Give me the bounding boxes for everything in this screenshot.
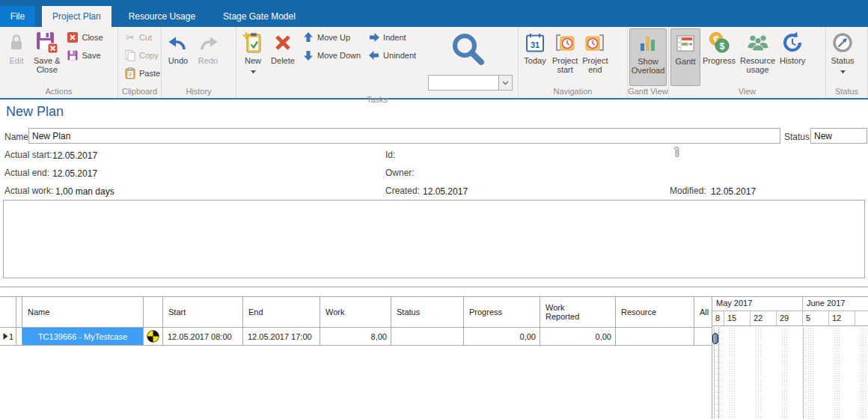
column-header-all-resources[interactable]: All R [694, 297, 712, 327]
progress-button[interactable]: €$ Progress [700, 28, 738, 86]
ribbon-group-gantt-view: ShowOverload Gantt View [628, 27, 669, 98]
project-end-button[interactable]: Projectend [580, 28, 610, 86]
horizontal-splitter[interactable] [0, 287, 868, 287]
gantt-week-tick: 29 [777, 311, 803, 325]
close-button[interactable]: Close [64, 29, 106, 46]
created-value: 12.05.2017 [423, 186, 468, 197]
status-dropdown-caret-icon[interactable] [840, 66, 846, 76]
name-input[interactable] [28, 128, 780, 144]
gantt-week-tick [855, 311, 868, 325]
column-header-work-reported[interactable]: Work Reported [540, 297, 616, 327]
search-dropdown-button[interactable] [498, 76, 512, 90]
tab-project-plan[interactable]: Project Plan [42, 6, 111, 27]
gantt-task-bar[interactable] [712, 333, 718, 344]
name-label: Name [4, 132, 28, 142]
row-number: 1 [9, 332, 13, 341]
weekend-stripe [860, 328, 867, 419]
history-clock-icon [780, 31, 804, 55]
column-header-start[interactable]: Start [163, 297, 243, 327]
search-input[interactable] [429, 76, 498, 90]
move-down-button[interactable]: Move Down [299, 47, 364, 64]
resource-usage-button[interactable]: Resourceusage [738, 28, 777, 86]
cell-work-reported[interactable]: 0,00 [540, 328, 616, 345]
delete-button[interactable]: Delete [268, 28, 298, 86]
gantt-week-tick: 22 [751, 311, 777, 325]
cell-name[interactable]: TC139666 - MyTestcase [22, 328, 144, 345]
gantt-button[interactable]: Gantt [670, 28, 700, 86]
cell-all-resources[interactable] [694, 328, 712, 345]
tab-file[interactable]: File [0, 6, 35, 27]
new-button[interactable]: New [238, 28, 268, 86]
column-header-status[interactable]: Status [391, 297, 464, 327]
column-header-resource[interactable]: Resource [616, 297, 694, 327]
actual-work-value: 1,00 man days [55, 186, 114, 197]
cell-status[interactable] [391, 328, 464, 345]
new-item-icon [241, 31, 265, 55]
scissors-icon: ✂ [124, 31, 136, 43]
gantt-week-row: 8 15 22 29 5 12 [712, 311, 868, 326]
owner-label: Owner: [385, 168, 415, 178]
save-and-close-label: Save & [34, 56, 60, 65]
gantt-view-group-label: Gantt View [628, 86, 668, 98]
save-and-close-button[interactable]: Save &Close [31, 28, 62, 86]
copy-icon [124, 49, 136, 61]
unindent-button[interactable]: Unindent [365, 47, 419, 64]
weekend-stripe [807, 328, 815, 419]
bar-chart-icon [636, 31, 660, 55]
project-end-icon [583, 31, 607, 55]
gantt-week-tick: 5 [803, 311, 829, 325]
status-input[interactable] [810, 128, 867, 144]
column-header-work[interactable]: Work [320, 297, 391, 327]
move-up-button[interactable]: Move Up [299, 29, 364, 46]
actual-start-label: Actual start: [4, 150, 52, 160]
show-overload-button[interactable]: ShowOverload [629, 28, 667, 86]
paste-button[interactable]: Paste [121, 65, 163, 82]
cell-start[interactable]: 12.05.2017 08:00 [163, 328, 243, 345]
weekend-stripe [834, 328, 841, 419]
grid-header-row: Name Start End Work Status Progress Work… [0, 297, 712, 328]
edit-label: Edit [10, 56, 24, 65]
paperclip-icon[interactable] [672, 146, 681, 162]
today-button[interactable]: 31 Today [520, 28, 550, 86]
actions-group-label: Actions [0, 86, 117, 98]
table-row[interactable]: 1 TC139666 - MyTestcase 12.05.2017 08:00… [0, 328, 712, 346]
history-view-button[interactable]: History [777, 28, 807, 86]
save-label: Save [82, 51, 100, 60]
new-dropdown-caret-icon[interactable] [251, 66, 256, 76]
project-start-button[interactable]: Projectstart [550, 28, 580, 86]
gantt-month-may: May 2017 [712, 297, 803, 311]
description-memo[interactable] [3, 200, 865, 278]
tasks-group-label: Tasks [236, 94, 518, 105]
search-icon[interactable] [447, 30, 488, 73]
cell-end[interactable]: 12.05.2017 17:00 [243, 328, 320, 345]
row-indicator-header [0, 297, 16, 327]
people-group-icon [746, 31, 770, 55]
project-end-line [718, 328, 719, 419]
tab-stage-gate-model[interactable]: Stage Gate Model [213, 6, 306, 27]
cell-work[interactable]: 8,00 [320, 328, 391, 345]
cell-resource[interactable] [616, 328, 694, 345]
weekend-stripe [755, 328, 762, 419]
column-header-end[interactable]: End [243, 297, 320, 327]
search-combobox [428, 75, 513, 91]
cell-progress[interactable]: 0,00 [464, 328, 540, 345]
column-header-progress[interactable]: Progress [464, 297, 540, 327]
undo-button[interactable]: Undo [163, 28, 193, 86]
arrow-left-icon [368, 49, 380, 61]
gantt-month-row: May 2017 June 2017 [712, 297, 868, 311]
column-header-icon[interactable] [144, 297, 163, 327]
testcase-marker-icon [147, 330, 159, 343]
expander-header [16, 297, 22, 327]
expander-cell [16, 328, 22, 345]
copy-button: Copy [121, 47, 163, 64]
status-button[interactable]: Status [828, 28, 858, 86]
gantt-week-tick: 12 [829, 311, 855, 325]
save-icon [67, 49, 79, 61]
column-header-name[interactable]: Name [22, 297, 144, 327]
save-button[interactable]: Save [64, 47, 106, 64]
arrow-right-icon [368, 31, 380, 43]
history-group-label: History [162, 86, 236, 98]
indent-button[interactable]: Indent [365, 29, 419, 46]
navigation-group-label: Navigation [519, 86, 627, 98]
tab-resource-usage[interactable]: Resource Usage [118, 6, 206, 27]
